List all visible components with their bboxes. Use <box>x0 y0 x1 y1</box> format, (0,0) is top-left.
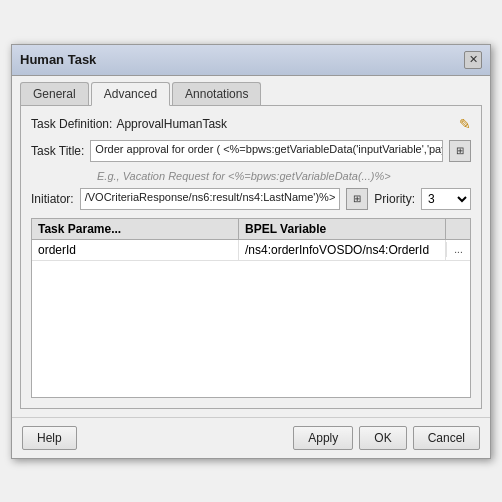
task-title-input[interactable]: Order approval for order ( <%=bpws:getVa… <box>90 140 443 162</box>
task-definition-label: Task Definition: <box>31 117 112 131</box>
apply-button[interactable]: Apply <box>293 426 353 450</box>
priority-label: Priority: <box>374 192 415 206</box>
initiator-row: Initiator: /VOCriteriaResponse/ns6:resul… <box>31 188 471 210</box>
variable-cell: /ns4:orderInfoVOSDO/ns4:OrderId <box>239 240 446 260</box>
column-header-variable: BPEL Variable <box>239 219 446 239</box>
bottom-bar: Help Apply OK Cancel <box>12 417 490 458</box>
tab-annotations[interactable]: Annotations <box>172 82 261 105</box>
close-button[interactable]: ✕ <box>464 51 482 69</box>
task-title-row: Task Title: Order approval for order ( <… <box>31 140 471 162</box>
row-action-button[interactable]: ... <box>446 242 470 257</box>
ellipsis-icon: ... <box>454 244 462 255</box>
title-bar: Human Task ✕ <box>12 45 490 76</box>
task-title-hint: E.g., Vacation Request for <%=bpws:getVa… <box>97 170 471 182</box>
tab-advanced[interactable]: Advanced <box>91 82 170 106</box>
cancel-button[interactable]: Cancel <box>413 426 480 450</box>
task-title-label: Task Title: <box>31 144 84 158</box>
browse-icon: ⊞ <box>456 145 464 156</box>
priority-select[interactable]: 1 2 3 4 5 <box>421 188 471 210</box>
tab-general[interactable]: General <box>20 82 89 105</box>
ok-button[interactable]: OK <box>359 426 406 450</box>
browse-icon: ⊞ <box>353 193 361 204</box>
dialog-title: Human Task <box>20 52 96 67</box>
initiator-browse-button[interactable]: ⊞ <box>346 188 368 210</box>
content-panel: Task Definition: ApprovalHumanTask ✎ Tas… <box>20 105 482 409</box>
initiator-input[interactable]: /VOCriteriaResponse/ns6:result/ns4:LastN… <box>80 188 341 210</box>
human-task-dialog: Human Task ✕ General Advanced Annotation… <box>11 44 491 459</box>
task-title-browse-button[interactable]: ⊞ <box>449 140 471 162</box>
task-definition-row: Task Definition: ApprovalHumanTask ✎ <box>31 116 471 132</box>
column-header-param: Task Parame... <box>32 219 239 239</box>
task-parameters-table: Task Parame... BPEL Variable orderId /ns… <box>31 218 471 398</box>
action-buttons: Apply OK Cancel <box>293 426 480 450</box>
tab-bar: General Advanced Annotations <box>12 76 490 105</box>
table-row: orderId /ns4:orderInfoVOSDO/ns4:OrderId … <box>32 240 470 261</box>
help-button[interactable]: Help <box>22 426 77 450</box>
task-definition-value: ApprovalHumanTask <box>116 117 459 131</box>
initiator-label: Initiator: <box>31 192 74 206</box>
table-header: Task Parame... BPEL Variable <box>32 219 470 240</box>
param-cell: orderId <box>32 240 239 260</box>
edit-icon[interactable]: ✎ <box>459 116 471 132</box>
